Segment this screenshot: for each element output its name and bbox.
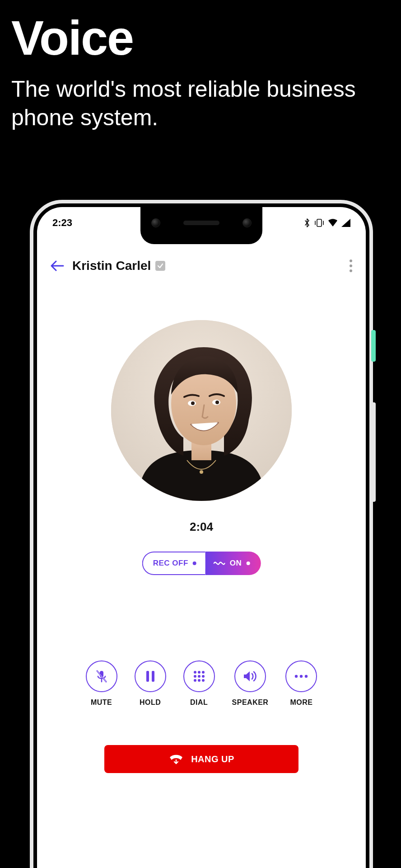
contact-name: Kristin Carlel — [72, 259, 151, 273]
status-bar: 2:23 — [37, 207, 366, 239]
svg-point-9 — [215, 401, 219, 404]
hangup-button[interactable]: HANG UP — [104, 745, 298, 773]
more-label: MORE — [290, 698, 312, 707]
svg-point-7 — [191, 401, 195, 405]
side-volume-button — [371, 402, 376, 502]
svg-point-24 — [198, 679, 200, 682]
svg-point-25 — [202, 679, 205, 682]
verified-checkbox-icon — [155, 261, 165, 271]
svg-rect-15 — [146, 671, 149, 682]
rec-off-toggle[interactable]: REC OFF — [142, 552, 205, 575]
call-header: Kristin Carlel — [37, 252, 366, 279]
wifi-icon — [328, 219, 338, 227]
more-horizontal-icon — [294, 674, 308, 679]
dial-label: DIAL — [190, 698, 208, 707]
wave-icon — [214, 559, 225, 568]
svg-point-23 — [194, 679, 196, 682]
bluetooth-icon — [303, 218, 311, 228]
dot-icon — [246, 561, 250, 565]
speaker-icon — [242, 670, 258, 683]
svg-point-26 — [295, 675, 298, 678]
more-button[interactable]: MORE — [285, 660, 317, 707]
hold-label: HOLD — [140, 698, 161, 707]
hangup-icon — [168, 753, 184, 765]
phone-frame: 2:23 — [30, 200, 373, 868]
svg-point-21 — [198, 675, 200, 678]
vibrate-icon — [314, 218, 324, 227]
dialpad-icon — [192, 670, 206, 683]
recording-toggle[interactable]: REC OFF ON — [142, 552, 261, 575]
speaker-button[interactable]: SPEAKER — [232, 660, 269, 707]
call-duration: 2:04 — [37, 520, 366, 534]
call-actions: MUTE HOLD — [37, 660, 366, 707]
status-time: 2:23 — [52, 217, 72, 228]
mute-icon — [94, 669, 109, 684]
contact-avatar — [111, 320, 292, 501]
svg-rect-0 — [317, 219, 322, 226]
promo-subtitle: The world's most reliable business phone… — [11, 75, 401, 132]
hangup-label: HANG UP — [191, 754, 234, 764]
on-label: ON — [230, 559, 242, 568]
side-accent-button — [371, 330, 376, 362]
svg-point-22 — [202, 675, 205, 678]
svg-rect-16 — [152, 671, 154, 682]
speaker-label: SPEAKER — [232, 698, 269, 707]
svg-point-18 — [198, 671, 200, 674]
mute-button[interactable]: MUTE — [86, 660, 117, 707]
svg-point-10 — [200, 470, 203, 474]
overflow-menu-button[interactable] — [350, 259, 352, 272]
vi-on-toggle[interactable]: ON — [205, 552, 261, 575]
back-button[interactable] — [51, 260, 64, 271]
signal-icon — [341, 219, 350, 227]
svg-point-17 — [194, 671, 196, 674]
svg-point-20 — [194, 675, 196, 678]
mute-label: MUTE — [91, 698, 112, 707]
promo-title: Voice — [11, 14, 401, 62]
rec-off-label: REC OFF — [153, 559, 188, 568]
svg-point-19 — [202, 671, 205, 674]
dot-icon — [193, 561, 196, 565]
hold-button[interactable]: HOLD — [135, 660, 166, 707]
svg-point-27 — [300, 675, 303, 678]
svg-point-28 — [305, 675, 308, 678]
phone-screen: 2:23 — [37, 207, 366, 868]
pause-icon — [145, 670, 156, 683]
dial-button[interactable]: DIAL — [183, 660, 215, 707]
